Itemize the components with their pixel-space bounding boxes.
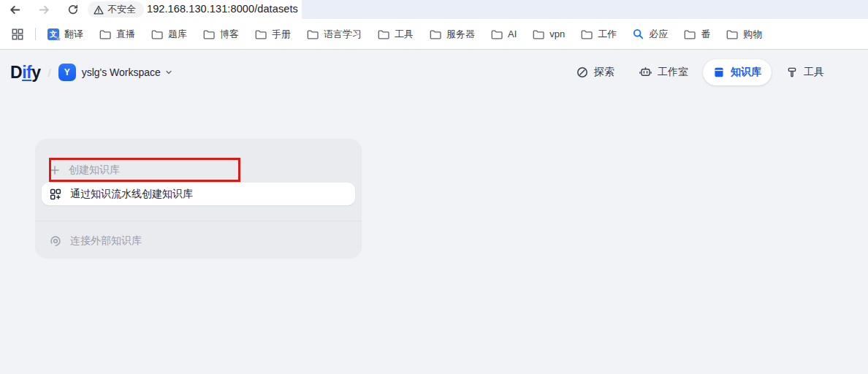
toolbar-background [302, 0, 868, 19]
workspace-name: yslg's Workspace [82, 66, 161, 78]
folder-icon [533, 29, 544, 39]
bookmark-blog[interactable]: 博客 [203, 28, 239, 41]
back-arrow-icon [9, 4, 21, 16]
forward-arrow-icon [38, 4, 50, 16]
refresh-icon [67, 4, 79, 15]
nav-tools-label: 工具 [804, 66, 824, 79]
explore-icon [576, 66, 588, 78]
security-badge-label: 不安全 [107, 3, 136, 16]
address-bar-url[interactable]: 192.168.130.131:8000/datasets [147, 0, 298, 19]
card-divider [35, 221, 362, 221]
search-icon [633, 28, 644, 39]
knowledge-book-icon [713, 66, 725, 78]
folder-icon [203, 29, 215, 39]
pipeline-blocks-icon [50, 188, 61, 200]
folder-icon [581, 29, 593, 39]
external-knowledge-icon [50, 235, 61, 247]
bookmark-translate[interactable]: 文★ 翻译 [47, 28, 83, 41]
bookmark-shopping[interactable]: 购物 [726, 28, 762, 41]
folder-icon [151, 29, 163, 39]
nav-tools[interactable]: 工具 [776, 59, 834, 85]
folder-icon [491, 29, 503, 39]
nav-studio-label: 工作室 [658, 66, 688, 79]
workspace-avatar: Y [58, 64, 76, 81]
browser-back-button[interactable] [4, 0, 25, 19]
folder-icon [378, 29, 389, 39]
create-from-pipeline-label: 通过知识流水线创建知识库 [70, 188, 193, 201]
nav-explore[interactable]: 探索 [566, 59, 625, 85]
create-from-pipeline-button[interactable]: 通过知识流水线创建知识库 [42, 183, 355, 205]
bookmark-tools[interactable]: 工具 [378, 28, 414, 41]
workspace-selector[interactable]: Y yslg's Workspace [58, 64, 173, 81]
browser-refresh-button[interactable] [63, 0, 83, 19]
breadcrumb-separator: / [47, 66, 50, 79]
bookmarks-bar: 文★ 翻译 直播 题库 博客 手册 语言学习 工具 服务器 AI vpn 工作 [0, 19, 868, 50]
nav-explore-label: 探索 [594, 66, 614, 79]
nav-knowledge-label: 知识库 [731, 66, 761, 79]
main-nav: 探索 工作室 知识库 工具 [566, 59, 834, 85]
bookmark-work[interactable]: 工作 [581, 28, 617, 41]
chevron-down-icon [164, 68, 173, 77]
bookmark-bing[interactable]: 必应 [633, 28, 668, 41]
nav-studio[interactable]: 工作室 [629, 59, 698, 85]
create-knowledge-label: 创建知识库 [69, 164, 120, 177]
browser-forward-button[interactable] [34, 0, 54, 19]
apps-grid-icon[interactable] [9, 26, 26, 43]
nav-knowledge[interactable]: 知识库 [703, 59, 772, 85]
create-knowledge-button[interactable]: 创建知识库 [50, 159, 347, 182]
bookmark-vpn[interactable]: vpn [533, 28, 565, 39]
folder-icon [726, 29, 738, 39]
plus-icon [50, 165, 60, 175]
bookmark-ai[interactable]: AI [491, 28, 517, 39]
create-knowledge-card: 创建知识库 通过知识流水线创建知识库 连接外部知识库 [35, 139, 362, 259]
bookmark-live[interactable]: 直播 [99, 28, 135, 41]
folder-icon [684, 29, 696, 39]
connect-external-kb-button[interactable]: 连接外部知识库 [50, 229, 347, 253]
bookmark-manual[interactable]: 手册 [255, 28, 291, 41]
folder-icon [307, 29, 319, 39]
star-icon: ★ [56, 36, 61, 42]
dify-logo[interactable]: Dify [10, 63, 40, 83]
robot-icon [639, 66, 652, 78]
site-security-badge[interactable]: 不安全 [88, 1, 144, 18]
translate-icon: 文★ [47, 28, 59, 40]
tools-icon [786, 66, 798, 78]
browser-toolbar: 不安全 192.168.130.131:8000/datasets [0, 0, 868, 19]
connect-external-kb-label: 连接外部知识库 [70, 234, 142, 248]
bookmark-language-learning[interactable]: 语言学习 [307, 28, 362, 41]
bookmark-question-bank[interactable]: 题库 [151, 28, 187, 41]
folder-icon [430, 29, 441, 39]
warning-triangle-icon [94, 5, 104, 15]
app-header: Dify / Y yslg's Workspace 探索 [0, 58, 868, 87]
bookmarks-divider [35, 28, 36, 40]
folder-icon [99, 29, 111, 39]
dify-page: Dify / Y yslg's Workspace 探索 [0, 50, 868, 374]
bookmark-fan[interactable]: 番 [684, 28, 710, 41]
folder-icon [255, 29, 267, 39]
bookmark-server[interactable]: 服务器 [430, 28, 475, 41]
